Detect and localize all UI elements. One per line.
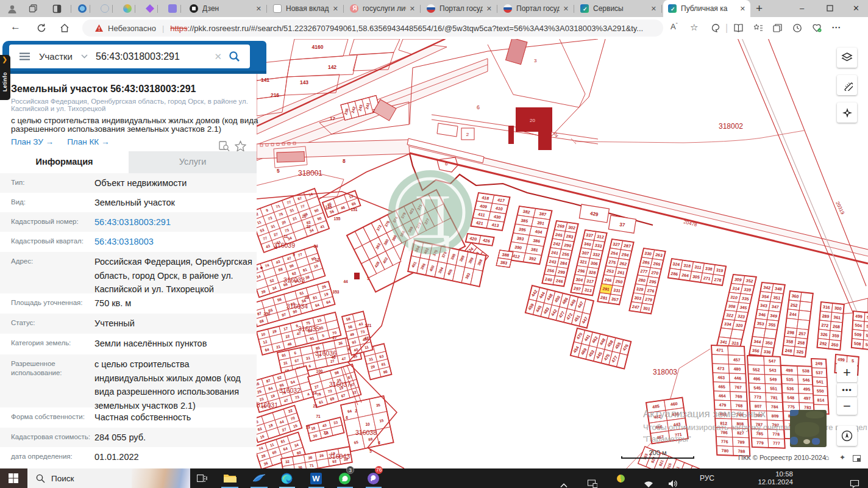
svg-text:20: 20 (302, 214, 307, 218)
svg-text:446: 446 (734, 376, 741, 380)
svg-text:14: 14 (312, 391, 317, 395)
svg-text:23: 23 (313, 404, 318, 408)
svg-text:463: 463 (717, 375, 725, 379)
svg-text:496: 496 (753, 376, 760, 381)
svg-text:289: 289 (822, 314, 829, 318)
svg-text:252: 252 (790, 303, 798, 307)
svg-text:785: 785 (756, 431, 763, 436)
svg-text:316036: 316036 (315, 350, 336, 357)
svg-text:2: 2 (466, 132, 469, 137)
svg-text:789: 789 (738, 440, 745, 444)
svg-text:548: 548 (787, 395, 794, 400)
svg-text:71: 71 (316, 414, 321, 418)
svg-text:345: 345 (739, 305, 747, 310)
svg-text:325: 325 (796, 350, 804, 354)
svg-text:541: 541 (816, 379, 824, 384)
svg-text:20: 20 (530, 118, 535, 123)
svg-text:100: 100 (316, 369, 323, 373)
svg-text:310: 310 (730, 295, 738, 300)
svg-text:249: 249 (815, 361, 822, 365)
svg-text:248: 248 (784, 348, 792, 353)
svg-text:4: 4 (347, 347, 350, 351)
svg-text:497: 497 (803, 396, 811, 400)
svg-text:"Параметры": "Параметры" (643, 434, 691, 443)
svg-text:334: 334 (724, 321, 731, 326)
svg-text:464: 464 (719, 393, 726, 398)
svg-text:314: 314 (732, 286, 740, 291)
svg-text:326: 326 (820, 332, 828, 337)
svg-text:465: 465 (718, 384, 725, 389)
svg-text:17: 17 (330, 116, 335, 121)
svg-text:538: 538 (802, 368, 809, 373)
svg-text:79: 79 (305, 425, 310, 429)
svg-text:356: 356 (752, 348, 760, 353)
svg-text:777: 777 (773, 441, 780, 445)
svg-text:550: 550 (817, 389, 824, 393)
svg-text:546: 546 (803, 378, 810, 382)
svg-text:Чтобы оптимизировать загрузку: Чтобы оптимизировать загрузку очертаний … (643, 423, 867, 432)
svg-text:543: 543 (769, 368, 777, 372)
svg-text:342: 342 (763, 285, 771, 290)
svg-text:257: 257 (799, 331, 806, 336)
svg-text:358: 358 (786, 339, 794, 344)
svg-text:142: 142 (328, 64, 336, 70)
svg-text:38: 38 (304, 295, 309, 300)
svg-text:336: 336 (763, 350, 771, 354)
svg-text:Д: Д (408, 181, 451, 251)
svg-text:352: 352 (745, 278, 753, 283)
svg-text:353: 353 (756, 321, 764, 326)
svg-text:322: 322 (726, 313, 734, 318)
svg-text:480: 480 (733, 367, 741, 371)
svg-text:339: 339 (744, 287, 752, 292)
svg-text:300: 300 (834, 306, 842, 310)
svg-text:350: 350 (765, 340, 773, 345)
svg-text:4: 4 (378, 440, 380, 445)
svg-text:315: 315 (731, 341, 739, 346)
svg-text:8: 8 (343, 158, 346, 164)
svg-text:354: 354 (761, 294, 769, 299)
svg-text:6: 6 (477, 104, 480, 110)
svg-text:779: 779 (756, 440, 764, 445)
svg-text:504: 504 (855, 323, 862, 328)
svg-text:316035: 316035 (298, 325, 319, 332)
svg-text:308: 308 (728, 304, 736, 309)
svg-text:781: 781 (770, 395, 778, 400)
svg-text:784: 784 (771, 404, 778, 409)
svg-text:775: 775 (788, 404, 795, 409)
svg-text:20478: 20478 (683, 219, 698, 228)
svg-text:155: 155 (334, 217, 341, 221)
svg-text:260: 260 (831, 342, 838, 347)
svg-text:335: 335 (741, 296, 749, 301)
svg-text:783: 783 (804, 405, 811, 409)
svg-text:10: 10 (365, 422, 370, 426)
svg-text:268: 268 (833, 324, 840, 329)
svg-text:292: 292 (819, 341, 827, 346)
svg-text:77: 77 (323, 431, 328, 435)
svg-text:547: 547 (769, 359, 776, 363)
svg-text:788: 788 (738, 449, 745, 453)
svg-text:348: 348 (775, 286, 783, 291)
svg-text:9: 9 (293, 253, 295, 257)
svg-text:499: 499 (838, 357, 845, 362)
svg-text:814: 814 (817, 398, 824, 402)
svg-text:309: 309 (734, 277, 742, 282)
svg-text:780: 780 (721, 448, 728, 453)
svg-text:272: 272 (821, 323, 828, 328)
svg-text:143: 143 (300, 79, 308, 85)
svg-text:318002: 318002 (719, 122, 743, 131)
svg-text:347: 347 (771, 304, 779, 309)
svg-text:216: 216 (271, 92, 279, 98)
svg-text:535: 535 (786, 377, 794, 381)
svg-text:2: 2 (355, 409, 357, 413)
svg-text:767: 767 (735, 385, 742, 389)
svg-text:353: 353 (333, 290, 340, 294)
svg-text:Актуализация земельных: Актуализация земельных (643, 408, 766, 420)
svg-text:7: 7 (372, 108, 375, 113)
svg-text:346: 346 (758, 312, 766, 317)
svg-text:316031: 316031 (257, 401, 278, 409)
svg-text:316043: 316043 (329, 453, 350, 460)
svg-text:318001: 318001 (298, 169, 322, 178)
svg-text:316: 316 (823, 304, 830, 309)
svg-text:479: 479 (719, 403, 727, 407)
svg-text:298: 298 (787, 330, 795, 335)
